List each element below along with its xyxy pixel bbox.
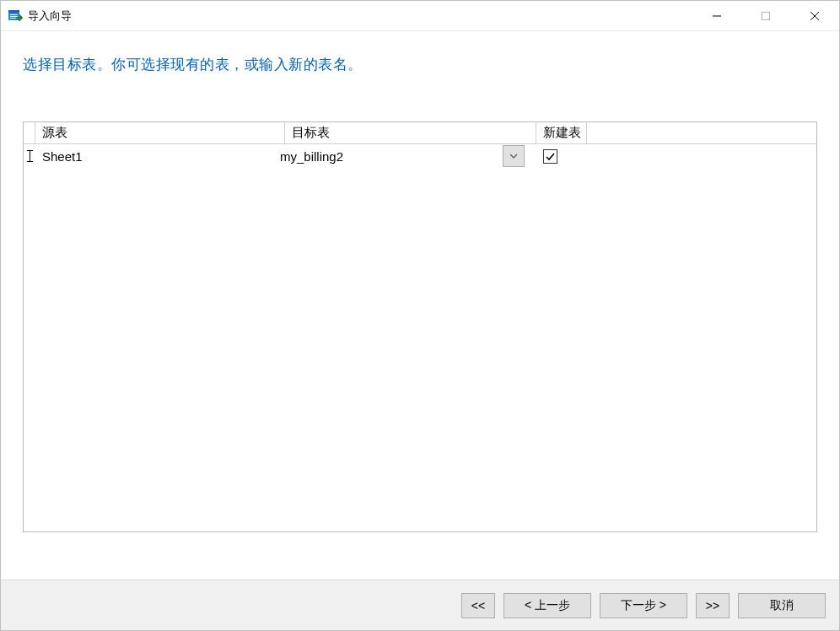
minimize-button[interactable] bbox=[692, 1, 741, 30]
footer-buttons: << < 上一步 下一步 > >> 取消 bbox=[1, 580, 839, 630]
close-button[interactable] bbox=[790, 1, 839, 30]
new-table-cell bbox=[525, 144, 575, 168]
check-icon bbox=[545, 151, 556, 162]
last-button[interactable]: >> bbox=[696, 593, 730, 618]
window-controls bbox=[692, 1, 839, 30]
first-button[interactable]: << bbox=[461, 593, 495, 618]
row-edit-marker-icon bbox=[24, 144, 35, 168]
grid-header: 源表 目标表 新建表 bbox=[24, 122, 816, 144]
app-icon bbox=[8, 8, 23, 24]
target-table-cell[interactable]: my_billing2 bbox=[273, 144, 503, 168]
column-header-target[interactable]: 目标表 bbox=[285, 122, 536, 143]
new-table-checkbox[interactable] bbox=[543, 149, 557, 164]
svg-rect-6 bbox=[762, 12, 770, 19]
instruction-text: 选择目标表。你可选择现有的表，或输入新的表名。 bbox=[1, 31, 839, 74]
chevron-down-icon bbox=[509, 154, 518, 159]
column-header-source[interactable]: 源表 bbox=[35, 122, 285, 143]
cancel-button[interactable]: 取消 bbox=[738, 593, 826, 618]
content-area: 选择目标表。你可选择现有的表，或输入新的表名。 源表 目标表 新建表 Sheet… bbox=[1, 31, 839, 580]
svg-rect-1 bbox=[8, 10, 19, 13]
svg-rect-2 bbox=[10, 14, 18, 15]
svg-rect-3 bbox=[10, 16, 18, 17]
import-wizard-window: 导入向导 选择目标表。你可选择现有的表，或输入新的表名。 源表 目标表 新建表 bbox=[0, 0, 840, 631]
column-header-newtable[interactable]: 新建表 bbox=[536, 122, 587, 143]
table-row[interactable]: Sheet1 my_billing2 bbox=[24, 144, 816, 168]
previous-button[interactable]: < 上一步 bbox=[503, 593, 591, 618]
target-table-dropdown[interactable] bbox=[503, 145, 525, 167]
source-table-cell[interactable]: Sheet1 bbox=[35, 144, 273, 168]
maximize-button bbox=[741, 1, 790, 30]
mapping-grid: 源表 目标表 新建表 Sheet1 my_billing2 bbox=[23, 121, 817, 532]
window-title: 导入向导 bbox=[28, 8, 72, 24]
titlebar: 导入向导 bbox=[1, 1, 839, 31]
next-button[interactable]: 下一步 > bbox=[600, 593, 687, 618]
row-marker-header bbox=[24, 122, 35, 143]
